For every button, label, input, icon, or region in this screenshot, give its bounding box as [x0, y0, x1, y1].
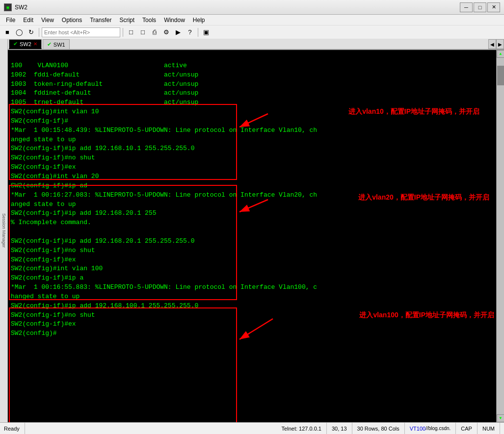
tab-sw2[interactable]: ✔ SW2 ✕ — [9, 39, 42, 49]
menu-window[interactable]: Window — [160, 16, 189, 25]
toolbar-sep-1 — [39, 28, 39, 37]
toolbar-print-btn[interactable]: ⎙ — [149, 27, 160, 38]
menu-help[interactable]: Help — [189, 16, 209, 25]
tab-sw2-check: ✔ — [13, 41, 18, 47]
window-controls: ─ □ ✕ — [460, 2, 500, 12]
scroll-thumb[interactable] — [497, 66, 504, 85]
toolbar-sep-2 — [123, 28, 123, 37]
app-icon: ▣ — [4, 3, 12, 11]
maximize-button[interactable]: □ — [474, 2, 486, 12]
terminal-content: 100 VLAN0100 active 1002 fddi-default ac… — [11, 52, 501, 348]
session-manager-panel[interactable]: Session Manager — [0, 39, 8, 422]
tab-sw1-label: SW1 — [53, 42, 65, 48]
menu-view[interactable]: View — [37, 16, 58, 25]
menu-edit[interactable]: Edit — [19, 16, 37, 25]
status-num: NUM — [477, 423, 500, 434]
toolbar: ■ ◯ ↻ □ □ ⎙ ⚙ ▶ ? ▣ — [0, 26, 504, 39]
menu-file[interactable]: File — [2, 16, 19, 25]
toolbar-refresh-btn[interactable]: ↻ — [26, 27, 36, 38]
toolbar-extra-btn[interactable]: ▣ — [201, 27, 212, 38]
status-bar: Ready Telnet: 127.0.0.1 30, 13 30 Rows, … — [0, 422, 504, 434]
status-rows-cols: 30 Rows, 80 Cols — [352, 423, 405, 434]
tab-prev-btn[interactable]: ◀ — [488, 39, 496, 49]
window-title: SW2 — [15, 4, 460, 11]
scroll-down-btn[interactable]: ▼ — [497, 414, 504, 422]
menu-tools[interactable]: Tools — [138, 16, 160, 25]
toolbar-new-btn[interactable]: ■ — [2, 27, 13, 38]
close-button[interactable]: ✕ — [487, 2, 500, 12]
status-caps: CAP — [456, 423, 477, 434]
tab-navigation: ◀ ▶ — [488, 39, 504, 49]
scroll-up-btn[interactable]: ▲ — [497, 50, 504, 58]
minimize-button[interactable]: ─ — [460, 2, 473, 12]
main-content: ✔ SW2 ✕ ✔ SW1 ◀ ▶ 100 VLAN0100 active 10… — [8, 39, 504, 422]
menu-options[interactable]: Options — [58, 16, 86, 25]
toolbar-sep-3 — [198, 28, 198, 37]
status-telnet: Telnet: 127.0.0.1 — [277, 423, 327, 434]
toolbar-settings-btn[interactable]: ⚙ — [161, 27, 172, 38]
tab-next-btn[interactable]: ▶ — [496, 39, 504, 49]
session-area: Session Manager ✔ SW2 ✕ ✔ SW1 ◀ ▶ 100 VL… — [0, 39, 504, 422]
status-position: 30, 13 — [327, 423, 352, 434]
menu-transfer[interactable]: Transfer — [86, 16, 115, 25]
status-ready: Ready — [4, 423, 25, 434]
status-vt: VT100//blog.csdn. — [405, 423, 456, 434]
toolbar-transfer-btn[interactable]: ▶ — [173, 27, 184, 38]
host-input[interactable] — [42, 27, 120, 37]
menu-bar: File Edit View Options Transfer Script T… — [0, 15, 504, 26]
toolbar-paste-btn[interactable]: □ — [137, 27, 148, 38]
menu-script[interactable]: Script — [115, 16, 138, 25]
terminal[interactable]: 100 VLAN0100 active 1002 fddi-default ac… — [8, 50, 504, 422]
title-bar: ▣ SW2 ─ □ ✕ — [0, 0, 504, 15]
tab-sw1-check: ✔ — [47, 41, 52, 48]
tab-bar: ✔ SW2 ✕ ✔ SW1 ◀ ▶ — [8, 39, 504, 50]
tab-sw2-label: SW2 — [20, 41, 31, 47]
tab-sw1[interactable]: ✔ SW1 — [43, 39, 70, 49]
toolbar-open-btn[interactable]: ◯ — [14, 27, 25, 38]
session-manager-label: Session Manager — [1, 213, 6, 248]
toolbar-help-btn[interactable]: ? — [185, 27, 195, 38]
toolbar-copy-btn[interactable]: □ — [126, 27, 136, 38]
tab-sw2-close[interactable]: ✕ — [33, 41, 37, 47]
scrollbar[interactable]: ▲ ▼ — [496, 50, 504, 422]
